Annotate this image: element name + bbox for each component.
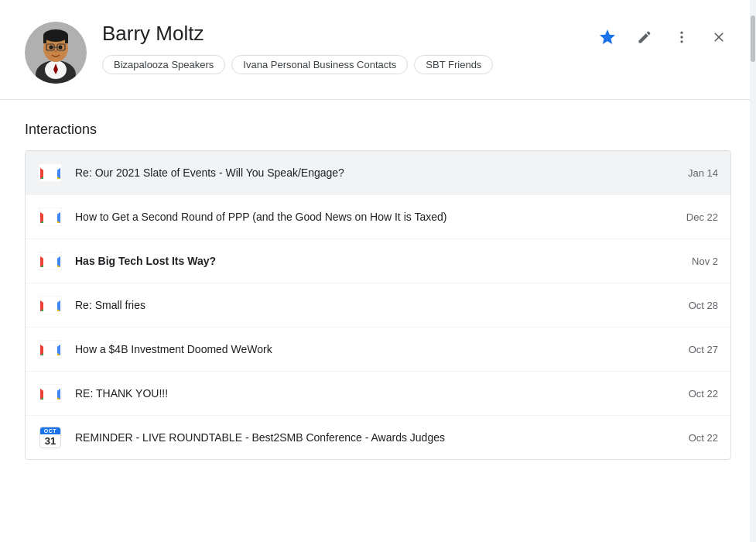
tag-chip[interactable]: Ivana Personal Business Contacts: [231, 55, 408, 74]
interaction-subject: RE: THANK YOU!!!: [75, 387, 669, 400]
interaction-row[interactable]: Has Big Tech Lost Its Way?Nov 2: [26, 239, 730, 283]
interaction-subject: Re: Our 2021 Slate of Events - Will You …: [75, 166, 669, 179]
interaction-date: Oct 28: [681, 300, 718, 311]
close-button[interactable]: [706, 25, 731, 50]
avatar: [25, 22, 87, 84]
svg-point-5: [43, 29, 68, 42]
gmail-icon: [38, 381, 63, 406]
tags-row: Bizapalooza SpeakersIvana Personal Busin…: [102, 55, 580, 74]
interaction-subject: Re: Small fries: [75, 299, 669, 311]
interaction-row[interactable]: How a $4B Investment Doomed WeWorkOct 27: [26, 328, 730, 372]
edit-button[interactable]: [632, 25, 657, 50]
svg-point-16: [680, 40, 682, 43]
interaction-subject: Has Big Tech Lost Its Way?: [75, 255, 669, 267]
interactions-list: Re: Our 2021 Slate of Events - Will You …: [25, 150, 731, 460]
interaction-subject: How to Get a Second Round of PPP (and th…: [75, 211, 669, 223]
svg-rect-7: [65, 36, 68, 43]
interaction-date: Jan 14: [681, 167, 718, 179]
svg-point-8: [50, 46, 53, 50]
interaction-row[interactable]: Re: Our 2021 Slate of Events - Will You …: [26, 151, 730, 195]
tag-chip[interactable]: SBT Friends: [414, 55, 493, 74]
header-actions: [595, 22, 731, 50]
contact-header: Barry Moltz Bizapalooza SpeakersIvana Pe…: [0, 0, 756, 100]
scrollbar-thumb: [751, 15, 755, 62]
interaction-date: Oct 22: [681, 388, 718, 400]
gmail-icon: [38, 160, 63, 185]
svg-rect-6: [43, 36, 46, 43]
interactions-title: Interactions: [25, 122, 731, 138]
interaction-row[interactable]: How to Get a Second Round of PPP (and th…: [26, 195, 730, 239]
svg-point-9: [59, 46, 63, 50]
svg-point-15: [680, 36, 682, 38]
svg-point-14: [680, 32, 682, 34]
star-button[interactable]: [595, 25, 620, 50]
scrollbar[interactable]: [750, 0, 756, 542]
gmail-icon: [38, 293, 63, 317]
interactions-section: Interactions Re: Our 2021 Slate of Event…: [0, 100, 756, 460]
interaction-date: Oct 22: [681, 432, 718, 444]
more-options-button[interactable]: [669, 25, 694, 50]
tag-chip[interactable]: Bizapalooza Speakers: [102, 55, 225, 74]
svg-point-10: [54, 50, 57, 53]
interaction-row[interactable]: Re: Small friesOct 28: [26, 283, 730, 328]
interaction-row[interactable]: OCT 31 REMINDER - LIVE ROUNDTABLE - Best…: [26, 416, 730, 459]
gmail-icon: [38, 204, 63, 229]
calendar-icon: OCT 31: [38, 425, 63, 450]
interaction-subject: How a $4B Investment Doomed WeWork: [75, 343, 669, 355]
gmail-icon: [38, 337, 63, 362]
interaction-subject: REMINDER - LIVE ROUNDTABLE - Best2SMB Co…: [75, 431, 669, 444]
contact-name: Barry Moltz: [102, 22, 580, 46]
interaction-row[interactable]: RE: THANK YOU!!!Oct 22: [26, 372, 730, 416]
interaction-date: Nov 2: [681, 256, 718, 267]
interaction-date: Oct 27: [681, 344, 718, 355]
interaction-date: Dec 22: [681, 211, 718, 223]
gmail-icon: [38, 249, 63, 273]
contact-info: Barry Moltz Bizapalooza SpeakersIvana Pe…: [102, 22, 580, 74]
